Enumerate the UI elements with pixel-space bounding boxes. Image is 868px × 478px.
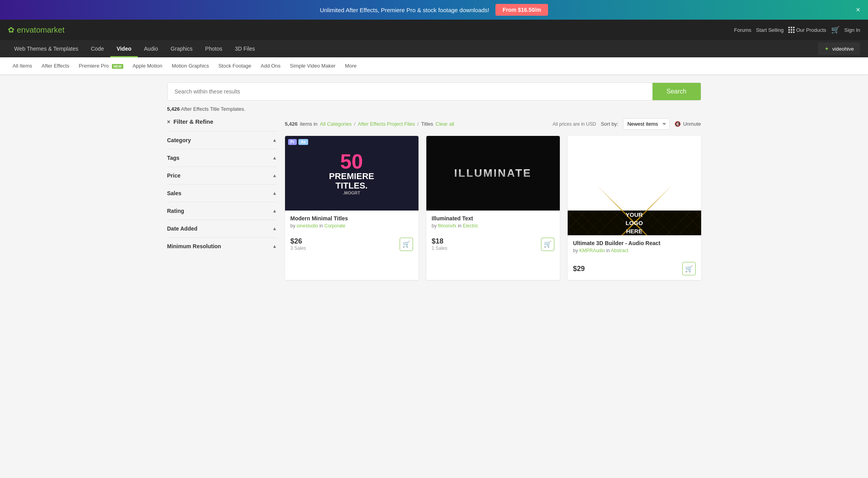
filter-tags-header[interactable]: Tags ▲ bbox=[167, 155, 277, 161]
sort-bar: 5,426 items in All Categories / After Ef… bbox=[285, 118, 701, 130]
filter-section-resolution: Minimum Resolution ▲ bbox=[167, 237, 277, 255]
product-category-link-3[interactable]: Abstract bbox=[611, 248, 628, 253]
subnav-add-ons[interactable]: Add Ons bbox=[256, 57, 285, 74]
filter-price-header[interactable]: Price ▲ bbox=[167, 172, 277, 179]
clear-all-button[interactable]: Clear all bbox=[435, 121, 454, 127]
sort-bar-left: 5,426 items in All Categories / After Ef… bbox=[285, 121, 455, 127]
filter-date-label: Date Added bbox=[167, 225, 197, 232]
subnav-apple-motion[interactable]: Apple Motion bbox=[128, 57, 167, 74]
logo-text: envatomarket bbox=[17, 26, 64, 35]
logo[interactable]: ✿ envatomarket bbox=[8, 20, 64, 40]
cat-nav-graphics[interactable]: Graphics bbox=[164, 40, 199, 57]
our-products-menu[interactable]: Our Products bbox=[788, 27, 826, 33]
start-selling-link[interactable]: Start Selling bbox=[756, 27, 784, 33]
product-author-link-3[interactable]: KMPRAudio bbox=[579, 248, 605, 253]
subnav-after-effects[interactable]: After Effects bbox=[37, 57, 74, 74]
product-sales-1: 3 Sales bbox=[291, 245, 306, 251]
product-price-block-2: $18 1 Sales bbox=[432, 237, 448, 251]
add-to-cart-button-2[interactable]: 🛒 bbox=[541, 238, 554, 251]
filter-category-header[interactable]: Category ▲ bbox=[167, 137, 277, 143]
cat-nav-3d-files[interactable]: 3D Files bbox=[228, 40, 261, 57]
forums-link[interactable]: Forums bbox=[734, 27, 751, 33]
thumbnail-inner-3: YOURLOGOHERE bbox=[568, 211, 701, 235]
subnav-simple-video-maker[interactable]: Simple Video Maker bbox=[285, 57, 340, 74]
subnav-more[interactable]: More bbox=[340, 57, 362, 74]
cart-icon[interactable]: 🛒 bbox=[831, 26, 840, 34]
cat-nav-audio[interactable]: Audio bbox=[138, 40, 164, 57]
cart-icon-3: 🛒 bbox=[685, 265, 693, 273]
your-logo-here-text: YOURLOGOHERE bbox=[625, 211, 643, 235]
subnav-premiere-pro-label: Premiere Pro bbox=[79, 63, 109, 69]
cat-nav-code[interactable]: Code bbox=[84, 40, 110, 57]
filter-date-header[interactable]: Date Added ▲ bbox=[167, 225, 277, 232]
product-info-1: Modern Minimal Titles by ionestudio in C… bbox=[285, 211, 418, 237]
thumb-title-line2: TITLES. bbox=[329, 181, 374, 190]
cart-icon-2: 🛒 bbox=[544, 240, 552, 248]
filter-section-sales: Sales ▲ bbox=[167, 184, 277, 202]
breadcrumb: 5,426 items in All Categories / After Ef… bbox=[285, 121, 455, 127]
product-price-3: $29 bbox=[573, 265, 585, 273]
items-label: items in bbox=[300, 121, 318, 127]
product-author-link-1[interactable]: ionestudio bbox=[297, 223, 318, 229]
grid-icon bbox=[788, 27, 795, 33]
filter-tags-label: Tags bbox=[167, 155, 180, 161]
cat-nav-web-themes[interactable]: Web Themes & Templates bbox=[8, 40, 84, 57]
chevron-up-icon-tags: ▲ bbox=[272, 155, 277, 161]
product-category-link-2[interactable]: Electric bbox=[463, 223, 478, 229]
main-content: 5,426 items in All Categories / After Ef… bbox=[285, 118, 701, 280]
by-label-3: by bbox=[573, 248, 579, 253]
product-card-2: ILLUMINATE Illuminated Text by filmonvfx… bbox=[426, 136, 560, 280]
filter-category-label: Category bbox=[167, 137, 191, 143]
in-label-1: in bbox=[320, 223, 325, 229]
subnav-all-items[interactable]: All Items bbox=[8, 57, 37, 74]
filter-section-price: Price ▲ bbox=[167, 167, 277, 184]
chevron-up-icon-price: ▲ bbox=[272, 173, 277, 178]
filter-resolution-header[interactable]: Minimum Resolution ▲ bbox=[167, 243, 277, 249]
main-layout: × Filter & Refine Category ▲ Tags ▲ Pric… bbox=[167, 118, 701, 280]
filter-close-icon[interactable]: × bbox=[167, 119, 170, 125]
product-card-3: YOURLOGOHERE Ultimate 3D Builder - Audio… bbox=[568, 136, 701, 280]
sign-in-link[interactable]: Sign In bbox=[844, 27, 860, 33]
product-thumbnail-2[interactable]: ILLUMINATE bbox=[426, 136, 560, 211]
results-count: 5,426 After Effects Title Templates. bbox=[167, 106, 701, 112]
product-thumbnail-3[interactable]: YOURLOGOHERE bbox=[568, 136, 701, 235]
subnav-premiere-pro[interactable]: Premiere Pro NEW bbox=[74, 57, 128, 74]
envato-leaf-icon: ✿ bbox=[8, 25, 15, 35]
tag-ae: Ae bbox=[298, 139, 308, 145]
tag-pr: Pr bbox=[288, 139, 297, 145]
breadcrumb-after-effects[interactable]: After Effects Project Files bbox=[358, 121, 415, 127]
filter-price-label: Price bbox=[167, 172, 181, 179]
product-name-1: Modern Minimal Titles bbox=[291, 215, 413, 222]
content-area: Search 5,426 After Effects Title Templat… bbox=[159, 75, 709, 288]
add-to-cart-button-1[interactable]: 🛒 bbox=[400, 238, 413, 251]
breadcrumb-sep-1: / bbox=[354, 121, 356, 127]
filter-rating-label: Rating bbox=[167, 208, 185, 214]
add-to-cart-button-3[interactable]: 🛒 bbox=[682, 262, 696, 275]
search-button[interactable]: Search bbox=[652, 83, 701, 100]
filter-sales-header[interactable]: Sales ▲ bbox=[167, 190, 277, 196]
cat-nav-video[interactable]: Video bbox=[110, 40, 138, 57]
product-category-link-1[interactable]: Corporate bbox=[324, 223, 345, 229]
cat-nav-photos[interactable]: Photos bbox=[199, 40, 229, 57]
product-card-1: Pr Ae 50 PREMIERE TITLES. .MOGRT bbox=[285, 136, 418, 280]
product-thumb-title-1: 50 PREMIERE TITLES. .MOGRT bbox=[329, 151, 374, 195]
category-navigation: Web Themes & Templates Code Video Audio … bbox=[0, 40, 868, 57]
product-author-link-2[interactable]: filmonvfx bbox=[438, 223, 457, 229]
search-input[interactable] bbox=[168, 83, 652, 100]
filter-rating-header[interactable]: Rating ▲ bbox=[167, 208, 277, 214]
sort-dropdown[interactable]: Newest items Best sellers Best rated Tre… bbox=[623, 118, 670, 130]
subnav-motion-graphics[interactable]: Motion Graphics bbox=[167, 57, 214, 74]
breadcrumb-all-categories[interactable]: All Categories bbox=[320, 121, 352, 127]
product-price-block-3: $29 bbox=[573, 265, 585, 273]
thumbnail-inner-2: ILLUMINATE bbox=[426, 136, 560, 211]
filter-section-rating: Rating ▲ bbox=[167, 202, 277, 220]
filter-section-date: Date Added ▲ bbox=[167, 220, 277, 237]
subnav-stock-footage[interactable]: Stock Footage bbox=[214, 57, 256, 74]
product-author-2: by filmonvfx in Electric bbox=[432, 223, 554, 229]
unmute-button[interactable]: 🔇 Unmute bbox=[674, 121, 701, 127]
product-thumbnail-1[interactable]: Pr Ae 50 PREMIERE TITLES. .MOGRT bbox=[285, 136, 418, 211]
search-bar: Search bbox=[167, 82, 701, 101]
banner-close-button[interactable]: × bbox=[856, 6, 860, 14]
sort-bar-right: All prices are in USD Sort by: Newest it… bbox=[552, 118, 701, 130]
banner-cta-button[interactable]: From $16.50/m bbox=[495, 4, 548, 16]
